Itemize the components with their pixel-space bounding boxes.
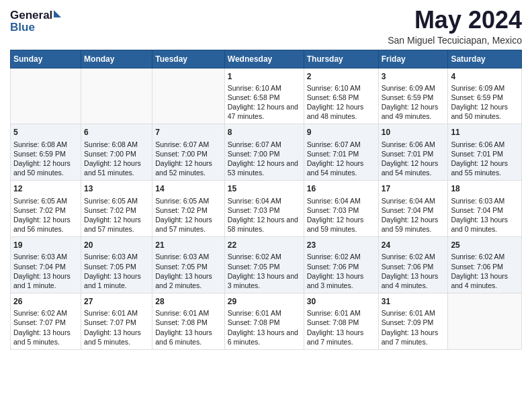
day-number: 7 bbox=[155, 127, 222, 138]
cell-content: Sunrise: 6:02 AM Sunset: 7:07 PM Dayligh… bbox=[13, 308, 78, 347]
logo: General Blue bbox=[10, 7, 64, 34]
day-number: 27 bbox=[84, 296, 149, 307]
cell-content: Sunrise: 6:07 AM Sunset: 7:01 PM Dayligh… bbox=[307, 140, 375, 178]
calendar-cell: 13Sunrise: 6:05 AM Sunset: 7:02 PM Dayli… bbox=[81, 181, 152, 237]
day-header-tuesday: Tuesday bbox=[152, 50, 225, 68]
calendar-cell: 23Sunrise: 6:02 AM Sunset: 7:06 PM Dayli… bbox=[304, 237, 378, 293]
cell-content: Sunrise: 6:02 AM Sunset: 7:06 PM Dayligh… bbox=[382, 252, 445, 290]
day-number: 13 bbox=[84, 183, 149, 194]
calendar-cell: 26Sunrise: 6:02 AM Sunset: 7:07 PM Dayli… bbox=[11, 293, 81, 350]
day-number: 28 bbox=[155, 296, 222, 307]
cell-content: Sunrise: 6:09 AM Sunset: 6:59 PM Dayligh… bbox=[382, 83, 445, 122]
day-number: 20 bbox=[84, 240, 149, 250]
calendar-cell: 6Sunrise: 6:08 AM Sunset: 7:00 PM Daylig… bbox=[81, 124, 152, 181]
calendar-cell: 4Sunrise: 6:09 AM Sunset: 6:59 PM Daylig… bbox=[448, 68, 522, 124]
title-section: May 2024 San Miguel Tecuiciapan, Mexico bbox=[388, 7, 522, 46]
subtitle: San Miguel Tecuiciapan, Mexico bbox=[388, 35, 522, 46]
day-number: 22 bbox=[228, 240, 301, 250]
cell-content: Sunrise: 6:02 AM Sunset: 7:06 PM Dayligh… bbox=[451, 252, 519, 290]
day-number: 15 bbox=[228, 183, 301, 194]
day-number: 23 bbox=[307, 240, 375, 250]
cell-content: Sunrise: 6:03 AM Sunset: 7:04 PM Dayligh… bbox=[451, 196, 519, 234]
calendar-cell: 18Sunrise: 6:03 AM Sunset: 7:04 PM Dayli… bbox=[448, 181, 522, 237]
cell-content: Sunrise: 6:10 AM Sunset: 6:58 PM Dayligh… bbox=[307, 83, 375, 122]
day-number: 2 bbox=[307, 71, 375, 82]
svg-text:Blue: Blue bbox=[10, 21, 35, 34]
calendar-cell: 29Sunrise: 6:01 AM Sunset: 7:08 PM Dayli… bbox=[224, 293, 304, 350]
day-number: 17 bbox=[382, 183, 445, 194]
svg-marker-2 bbox=[54, 10, 61, 17]
day-header-saturday: Saturday bbox=[448, 50, 522, 68]
day-number: 6 bbox=[84, 127, 149, 138]
week-row-2: 5Sunrise: 6:08 AM Sunset: 6:59 PM Daylig… bbox=[11, 124, 522, 181]
day-number: 4 bbox=[451, 71, 519, 82]
cell-content: Sunrise: 6:04 AM Sunset: 7:03 PM Dayligh… bbox=[228, 196, 301, 234]
week-row-3: 12Sunrise: 6:05 AM Sunset: 7:02 PM Dayli… bbox=[11, 181, 522, 237]
day-number: 12 bbox=[13, 183, 78, 194]
calendar-cell: 31Sunrise: 6:01 AM Sunset: 7:09 PM Dayli… bbox=[378, 293, 448, 350]
day-header-thursday: Thursday bbox=[304, 50, 378, 68]
day-number: 24 bbox=[382, 240, 445, 250]
calendar-cell: 3Sunrise: 6:09 AM Sunset: 6:59 PM Daylig… bbox=[378, 68, 448, 124]
cell-content: Sunrise: 6:05 AM Sunset: 7:02 PM Dayligh… bbox=[84, 196, 149, 234]
calendar-cell: 22Sunrise: 6:02 AM Sunset: 7:05 PM Dayli… bbox=[224, 237, 304, 293]
calendar-cell: 9Sunrise: 6:07 AM Sunset: 7:01 PM Daylig… bbox=[304, 124, 378, 181]
cell-content: Sunrise: 6:03 AM Sunset: 7:04 PM Dayligh… bbox=[13, 252, 78, 290]
cell-content: Sunrise: 6:07 AM Sunset: 7:00 PM Dayligh… bbox=[228, 140, 301, 178]
calendar-cell: 16Sunrise: 6:04 AM Sunset: 7:03 PM Dayli… bbox=[304, 181, 378, 237]
cell-content: Sunrise: 6:04 AM Sunset: 7:04 PM Dayligh… bbox=[382, 196, 445, 234]
day-number: 29 bbox=[228, 296, 301, 307]
cell-content: Sunrise: 6:04 AM Sunset: 7:03 PM Dayligh… bbox=[307, 196, 375, 234]
cell-content: Sunrise: 6:06 AM Sunset: 7:01 PM Dayligh… bbox=[451, 140, 519, 178]
day-number: 9 bbox=[307, 127, 375, 138]
day-number: 25 bbox=[451, 240, 519, 250]
calendar-cell: 2Sunrise: 6:10 AM Sunset: 6:58 PM Daylig… bbox=[304, 68, 378, 124]
cell-content: Sunrise: 6:03 AM Sunset: 7:05 PM Dayligh… bbox=[155, 252, 222, 290]
calendar-cell: 24Sunrise: 6:02 AM Sunset: 7:06 PM Dayli… bbox=[378, 237, 448, 293]
cell-content: Sunrise: 6:06 AM Sunset: 7:01 PM Dayligh… bbox=[382, 140, 445, 178]
calendar-cell bbox=[11, 68, 81, 124]
day-number: 16 bbox=[307, 183, 375, 194]
svg-text:General: General bbox=[10, 9, 52, 21]
calendar-cell: 1Sunrise: 6:10 AM Sunset: 6:58 PM Daylig… bbox=[224, 68, 304, 124]
day-number: 1 bbox=[228, 71, 301, 82]
day-number: 31 bbox=[382, 296, 445, 307]
calendar-cell: 12Sunrise: 6:05 AM Sunset: 7:02 PM Dayli… bbox=[11, 181, 81, 237]
calendar-table: SundayMondayTuesdayWednesdayThursdayFrid… bbox=[10, 50, 522, 350]
cell-content: Sunrise: 6:08 AM Sunset: 7:00 PM Dayligh… bbox=[84, 140, 149, 178]
day-number: 26 bbox=[13, 296, 78, 307]
day-number: 19 bbox=[13, 240, 78, 250]
cell-content: Sunrise: 6:05 AM Sunset: 7:02 PM Dayligh… bbox=[155, 196, 222, 234]
calendar-cell: 8Sunrise: 6:07 AM Sunset: 7:00 PM Daylig… bbox=[224, 124, 304, 181]
day-header-sunday: Sunday bbox=[11, 50, 81, 68]
day-number: 11 bbox=[451, 127, 519, 138]
cell-content: Sunrise: 6:01 AM Sunset: 7:08 PM Dayligh… bbox=[228, 308, 301, 347]
day-header-monday: Monday bbox=[81, 50, 152, 68]
calendar-cell: 30Sunrise: 6:01 AM Sunset: 7:08 PM Dayli… bbox=[304, 293, 378, 350]
cell-content: Sunrise: 6:09 AM Sunset: 6:59 PM Dayligh… bbox=[451, 83, 519, 122]
days-header-row: SundayMondayTuesdayWednesdayThursdayFrid… bbox=[11, 50, 522, 68]
page-header: General Blue May 2024 San Miguel Tecuici… bbox=[10, 7, 522, 46]
week-row-5: 26Sunrise: 6:02 AM Sunset: 7:07 PM Dayli… bbox=[11, 293, 522, 350]
cell-content: Sunrise: 6:10 AM Sunset: 6:58 PM Dayligh… bbox=[228, 83, 301, 122]
day-number: 8 bbox=[228, 127, 301, 138]
cell-content: Sunrise: 6:02 AM Sunset: 7:05 PM Dayligh… bbox=[228, 252, 301, 290]
calendar-cell: 21Sunrise: 6:03 AM Sunset: 7:05 PM Dayli… bbox=[152, 237, 225, 293]
day-number: 30 bbox=[307, 296, 375, 307]
calendar-cell: 14Sunrise: 6:05 AM Sunset: 7:02 PM Dayli… bbox=[152, 181, 225, 237]
calendar-cell: 19Sunrise: 6:03 AM Sunset: 7:04 PM Dayli… bbox=[11, 237, 81, 293]
calendar-cell: 7Sunrise: 6:07 AM Sunset: 7:00 PM Daylig… bbox=[152, 124, 225, 181]
calendar-cell bbox=[448, 293, 522, 350]
day-number: 10 bbox=[382, 127, 445, 138]
day-header-wednesday: Wednesday bbox=[224, 50, 304, 68]
day-number: 21 bbox=[155, 240, 222, 250]
day-number: 14 bbox=[155, 183, 222, 194]
calendar-cell: 20Sunrise: 6:03 AM Sunset: 7:05 PM Dayli… bbox=[81, 237, 152, 293]
calendar-cell: 28Sunrise: 6:01 AM Sunset: 7:08 PM Dayli… bbox=[152, 293, 225, 350]
day-number: 18 bbox=[451, 183, 519, 194]
cell-content: Sunrise: 6:01 AM Sunset: 7:08 PM Dayligh… bbox=[155, 308, 222, 347]
cell-content: Sunrise: 6:03 AM Sunset: 7:05 PM Dayligh… bbox=[84, 252, 149, 290]
calendar-cell: 17Sunrise: 6:04 AM Sunset: 7:04 PM Dayli… bbox=[378, 181, 448, 237]
calendar-cell: 25Sunrise: 6:02 AM Sunset: 7:06 PM Dayli… bbox=[448, 237, 522, 293]
calendar-cell: 10Sunrise: 6:06 AM Sunset: 7:01 PM Dayli… bbox=[378, 124, 448, 181]
